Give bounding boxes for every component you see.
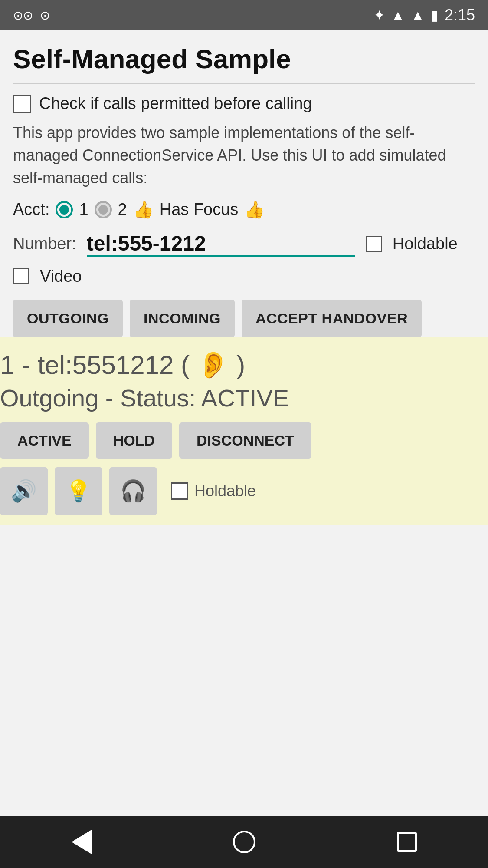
call-action-row: ACTIVE HOLD DISCONNECT: [0, 422, 488, 459]
wifi-icon: ▲: [391, 7, 405, 23]
description-text: This app provides two sample implementat…: [13, 122, 475, 190]
headphones-button[interactable]: 🎧: [109, 467, 157, 515]
call-status: Outgoing - Status: ACTIVE: [0, 384, 488, 412]
permit-label: Check if calls permitted before calling: [39, 94, 312, 113]
speaker-icon: 🔊: [11, 479, 37, 503]
acct2-number: 2: [118, 200, 127, 219]
voicemail-icon: ⊙⊙: [13, 8, 33, 23]
holdable-label-card: Holdable: [194, 482, 256, 500]
app-title: Self-Managed Sample: [13, 43, 475, 74]
main-content: Self-Managed Sample Check if calls permi…: [0, 30, 488, 337]
call-icon-row: 🔊 💡 🎧 Holdable: [0, 467, 488, 515]
bluetooth-icon: ✦: [373, 7, 385, 23]
disconnect-button[interactable]: DISCONNECT: [179, 422, 311, 459]
holdable-label-top: Holdable: [393, 234, 458, 253]
account-row: Acct: 1 2 👍 Has Focus 👍: [13, 200, 475, 219]
permit-checkbox[interactable]: [13, 95, 31, 113]
hold-button[interactable]: HOLD: [96, 422, 172, 459]
headphones-icon: 🎧: [120, 479, 146, 503]
active-button[interactable]: ACTIVE: [0, 422, 89, 459]
signal-icon: ▲: [411, 7, 425, 23]
status-bar-right: ✦ ▲ ▲ ▮ 2:15: [373, 6, 475, 24]
bulb-button[interactable]: 💡: [55, 467, 102, 515]
holdable-row: Holdable: [171, 482, 256, 500]
incoming-button[interactable]: INCOMING: [130, 300, 235, 337]
nav-recent-button[interactable]: [390, 825, 424, 859]
acct2-radio[interactable]: [95, 201, 112, 218]
status-bar-left: ⊙⊙ ⊙: [13, 8, 50, 23]
status-time: 2:15: [445, 6, 475, 24]
sync-icon: ⊙: [40, 8, 50, 23]
holdable-checkbox-card[interactable]: [171, 482, 188, 500]
call-card: 1 - tel:5551212 ( 👂 ) Outgoing - Status:…: [0, 337, 488, 525]
battery-icon: ▮: [431, 7, 439, 23]
number-input[interactable]: [87, 231, 355, 257]
acct1-number: 1: [79, 200, 88, 219]
thumbsup2-icon: 👍: [244, 200, 265, 219]
video-checkbox[interactable]: [13, 268, 29, 284]
title-divider: [13, 83, 475, 84]
bulb-icon: 💡: [66, 479, 92, 503]
recent-icon: [397, 832, 417, 852]
back-icon: [72, 830, 92, 854]
video-label: Video: [40, 267, 82, 286]
empty-space: [0, 525, 488, 816]
thumbsup1-icon: 👍: [133, 200, 154, 219]
nav-back-button[interactable]: [64, 825, 99, 859]
action-buttons-row: OUTGOING INCOMING ACCEPT HANDOVER: [13, 300, 475, 337]
acct1-radio-inner: [59, 205, 69, 215]
nav-home-button[interactable]: [227, 825, 262, 859]
speaker-button[interactable]: 🔊: [0, 467, 48, 515]
has-focus-label: Has Focus: [160, 200, 239, 219]
acct-label: Acct:: [13, 200, 49, 219]
call-number: 1 - tel:5551212 ( 👂 ): [0, 350, 488, 380]
acct2-radio-inner: [98, 205, 108, 215]
home-icon: [233, 831, 255, 853]
number-row: Number: Holdable Video: [13, 231, 475, 286]
outgoing-button[interactable]: OUTGOING: [13, 300, 123, 337]
permit-check-row[interactable]: Check if calls permitted before calling: [13, 94, 475, 113]
acct1-radio[interactable]: [56, 201, 73, 218]
accept-handover-button[interactable]: ACCEPT HANDOVER: [242, 300, 422, 337]
status-bar: ⊙⊙ ⊙ ✦ ▲ ▲ ▮ 2:15: [0, 0, 488, 30]
holdable-checkbox-top[interactable]: [366, 236, 382, 252]
number-label: Number:: [13, 234, 76, 253]
nav-bar: [0, 816, 488, 868]
